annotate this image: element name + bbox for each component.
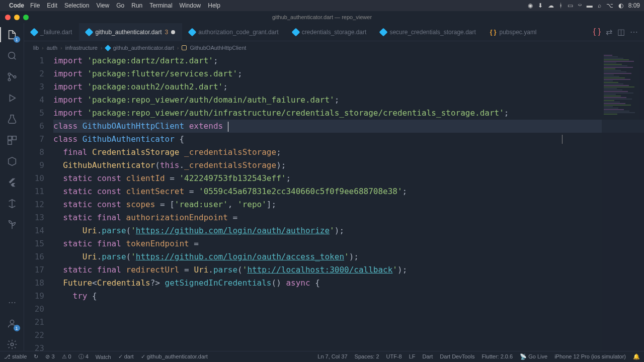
analyzing-status[interactable]: ✓ github_authenticator.dart: [141, 353, 208, 360]
git-branch[interactable]: ⎇ stable: [4, 353, 27, 360]
line-number: 3: [24, 80, 44, 94]
code-line[interactable]: import 'package:dartz/dartz.dart';: [53, 54, 644, 67]
code-line[interactable]: import 'package:flutter/services.dart';: [53, 67, 644, 80]
crumb[interactable]: GithubOAuthHttpClient: [190, 45, 246, 51]
crumb[interactable]: lib: [33, 45, 39, 51]
code-line[interactable]: import 'package:oauth2/oauth2.dart';: [53, 80, 644, 94]
menu-run[interactable]: Run: [131, 2, 142, 9]
device[interactable]: iPhone 12 Pro (ios simulator): [554, 353, 626, 360]
code-line[interactable]: class GithubAuthenticator {: [53, 133, 644, 146]
line-gutter: 123456789101112131415161718192021222324: [24, 54, 53, 351]
tray-bluetooth-icon[interactable]: ᚼ: [559, 2, 562, 9]
menu-view[interactable]: View: [96, 2, 109, 9]
tray-siri-icon[interactable]: ◐: [618, 2, 623, 9]
account-icon[interactable]: 1: [6, 317, 19, 330]
pub-icon[interactable]: [6, 197, 19, 210]
search-icon[interactable]: [6, 49, 19, 62]
devtools[interactable]: Dart DevTools: [440, 353, 474, 360]
test-icon[interactable]: [6, 113, 19, 126]
code-line[interactable]: final CredentialsStorage _credentialsSto…: [53, 146, 644, 159]
menu-edit[interactable]: Edit: [47, 2, 57, 9]
go-live[interactable]: 📡 Go Live: [520, 353, 547, 360]
code-line[interactable]: static final authorizationEndpoint =: [53, 211, 644, 224]
source-control-icon[interactable]: [6, 70, 19, 83]
code-line[interactable]: static const clientSecret = '0559c45a678…: [53, 185, 644, 198]
indent[interactable]: Spaces: 2: [355, 353, 379, 360]
more-tabs-icon[interactable]: ⋯: [630, 27, 638, 37]
settings-gear-icon[interactable]: [6, 338, 19, 351]
minimize-button[interactable]: [14, 15, 20, 20]
code-line[interactable]: class GithubOAuthHttpClient extends: [53, 120, 644, 133]
code-line[interactable]: import 'package:repo_viewer/auth/domain/…: [53, 94, 644, 107]
tab-_failure-dart[interactable]: _failure.dart: [24, 23, 79, 41]
encoding[interactable]: UTF-8: [386, 353, 402, 360]
tray-wifi-icon[interactable]: ⌔: [578, 2, 582, 9]
info-count[interactable]: ⓘ 4: [78, 353, 89, 360]
tab-secure_credentials_storage-dart[interactable]: secure_credentials_storage.dart: [373, 23, 482, 41]
menu-window[interactable]: Window: [180, 2, 201, 9]
more-icon[interactable]: ⋯: [6, 296, 19, 309]
tray-person-icon[interactable]: ◉: [528, 2, 533, 9]
breadcrumb[interactable]: lib› auth› infrastructure› github_authen…: [24, 41, 644, 54]
dart-icon: [85, 28, 94, 36]
tab-github_authenticator-dart[interactable]: github_authenticator.dart3: [79, 23, 182, 41]
code-line[interactable]: try {: [53, 290, 644, 303]
menu-selection[interactable]: Selection: [64, 2, 89, 9]
code-editor[interactable]: 123456789101112131415161718192021222324 …: [24, 54, 644, 351]
menu-file[interactable]: File: [30, 2, 40, 9]
watch-label[interactable]: Watch: [96, 354, 111, 360]
code-line[interactable]: GithubAuthenticator(this._credentialsSto…: [53, 159, 644, 172]
code-line[interactable]: Future<Credentials?> getSignedInCredenti…: [53, 277, 644, 290]
line-number: 5: [24, 107, 44, 120]
tray-battery[interactable]: ▭: [568, 2, 573, 9]
notifications-icon[interactable]: 🔔: [633, 353, 640, 360]
compare-icon[interactable]: ⇄: [606, 27, 612, 37]
app-name[interactable]: Code: [9, 2, 24, 9]
dart-status[interactable]: ✓ dart: [118, 353, 134, 360]
tray-clock[interactable]: 8:09: [628, 2, 640, 9]
code-line[interactable]: Uri.parse('https://github.com/login/oaut…: [53, 224, 644, 237]
maximize-button[interactable]: [23, 15, 29, 20]
code-line[interactable]: static const clientId = '422249753fb1325…: [53, 172, 644, 185]
plant-icon[interactable]: [6, 218, 19, 231]
tray-download-icon[interactable]: ⬇: [538, 2, 543, 9]
remote-icon[interactable]: [6, 155, 19, 168]
crumb[interactable]: auth: [47, 45, 57, 51]
menu-go[interactable]: Go: [116, 2, 124, 9]
code-line[interactable]: static const scopes = ['read:user', 'rep…: [53, 198, 644, 211]
crumb[interactable]: github_authenticator.dart: [113, 45, 174, 51]
tray-search-icon[interactable]: ⌕: [598, 2, 601, 9]
flutter-icon[interactable]: [6, 176, 19, 189]
tray-cloud-icon[interactable]: ☁: [548, 2, 554, 9]
tray-flag-icon[interactable]: ▬: [587, 2, 593, 9]
tab-label: authorization_code_grant.dart: [198, 29, 278, 36]
line-number: 22: [24, 329, 44, 342]
split-icon[interactable]: ◫: [617, 27, 625, 37]
code-line[interactable]: static final redirectUrl = Uri.parse('ht…: [53, 263, 644, 277]
menu-help[interactable]: Help: [208, 2, 220, 9]
warning-count[interactable]: 0: [62, 353, 71, 360]
code-lines[interactable]: import 'package:dartz/dartz.dart';import…: [53, 54, 644, 351]
code-line[interactable]: Uri.parse('https://github.com/login/oaut…: [53, 250, 644, 263]
tab-authorization_code_grant-dart[interactable]: authorization_code_grant.dart: [182, 23, 285, 41]
eol[interactable]: LF: [409, 353, 416, 360]
menu-terminal[interactable]: Terminal: [149, 2, 172, 9]
cursor-position[interactable]: Ln 7, Col 37: [317, 353, 347, 360]
flutter-version[interactable]: Flutter: 2.0.6: [481, 353, 513, 360]
secondary-cursor-icon: [562, 135, 562, 144]
tab-credentials_storage-dart[interactable]: credentials_storage.dart: [286, 23, 374, 41]
minimap[interactable]: [602, 54, 644, 351]
code-line[interactable]: import 'package:repo_viewer/auth/infrast…: [53, 107, 644, 120]
error-count[interactable]: 3: [45, 353, 54, 360]
extensions-icon[interactable]: [6, 134, 19, 147]
explorer-icon[interactable]: 1: [6, 28, 19, 41]
sync-icon[interactable]: ↻: [34, 353, 38, 360]
problems-icon[interactable]: { }: [593, 27, 601, 37]
close-button[interactable]: [5, 15, 11, 20]
run-debug-icon[interactable]: [6, 92, 19, 105]
crumb[interactable]: infrastructure: [65, 45, 98, 51]
language[interactable]: Dart: [423, 353, 433, 360]
tray-control-center-icon[interactable]: ⌥: [606, 2, 613, 9]
tab-pubspec-yaml[interactable]: { }pubspec.yaml: [483, 23, 544, 41]
code-line[interactable]: static final tokenEndpoint =: [53, 237, 644, 250]
